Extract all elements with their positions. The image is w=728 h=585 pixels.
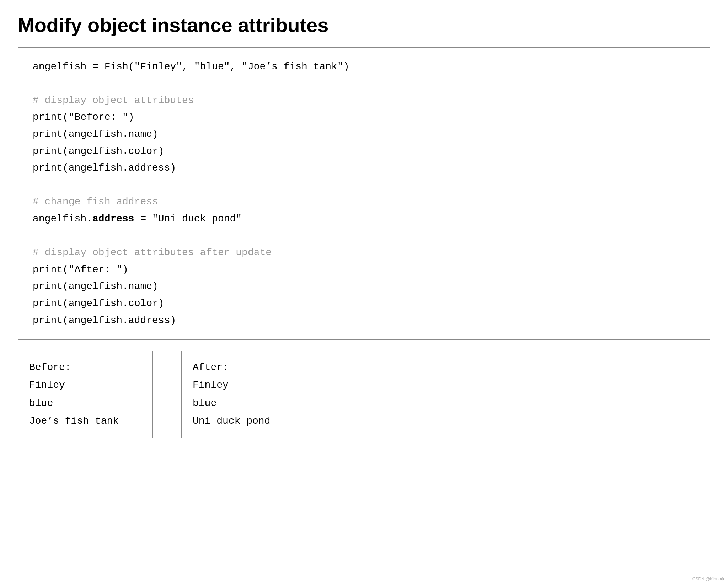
output-before-line-4: Joe’s fish tank bbox=[29, 412, 141, 430]
code-line-10 bbox=[33, 227, 695, 245]
code-line-13: print(angelfish.name) bbox=[33, 278, 695, 295]
code-line-11: # display object attributes after update bbox=[33, 244, 695, 261]
watermark: CSDN @Kinno❇ bbox=[692, 576, 724, 581]
output-after-line-1: After: bbox=[193, 359, 305, 376]
code-line-5: print(angelfish.color) bbox=[33, 143, 695, 160]
output-after-line-4: Uni duck pond bbox=[193, 412, 305, 430]
code-line-6: print(angelfish.address) bbox=[33, 160, 695, 177]
code-line-14: print(angelfish.color) bbox=[33, 295, 695, 312]
code-line-15: print(angelfish.address) bbox=[33, 312, 695, 329]
output-block-before: Before: Finley blue Joe’s fish tank bbox=[18, 351, 153, 438]
output-before-line-1: Before: bbox=[29, 359, 141, 376]
output-row: Before: Finley blue Joe’s fish tank Afte… bbox=[18, 351, 710, 438]
code-line-8: # change fish address bbox=[33, 193, 695, 210]
output-block-after: After: Finley blue Uni duck pond bbox=[181, 351, 316, 438]
output-before-line-3: blue bbox=[29, 395, 141, 412]
code-line-1 bbox=[33, 75, 695, 92]
code-line-3: print("Before: ") bbox=[33, 109, 695, 126]
code-line-12: print("After: ") bbox=[33, 261, 695, 278]
output-after-line-3: blue bbox=[193, 395, 305, 412]
output-after-line-2: Finley bbox=[193, 376, 305, 394]
page-title: Modify object instance attributes bbox=[18, 14, 710, 36]
output-before-line-2: Finley bbox=[29, 376, 141, 394]
code-line-7 bbox=[33, 177, 695, 194]
code-line-9: angelfish.address = "Uni duck pond" bbox=[33, 210, 695, 227]
code-line-0: angelfish = Fish("Finley", "blue", "Joe’… bbox=[33, 58, 695, 75]
code-block: angelfish = Fish("Finley", "blue", "Joe’… bbox=[18, 47, 710, 340]
code-line-2: # display object attributes bbox=[33, 92, 695, 109]
code-line-4: print(angelfish.name) bbox=[33, 126, 695, 143]
